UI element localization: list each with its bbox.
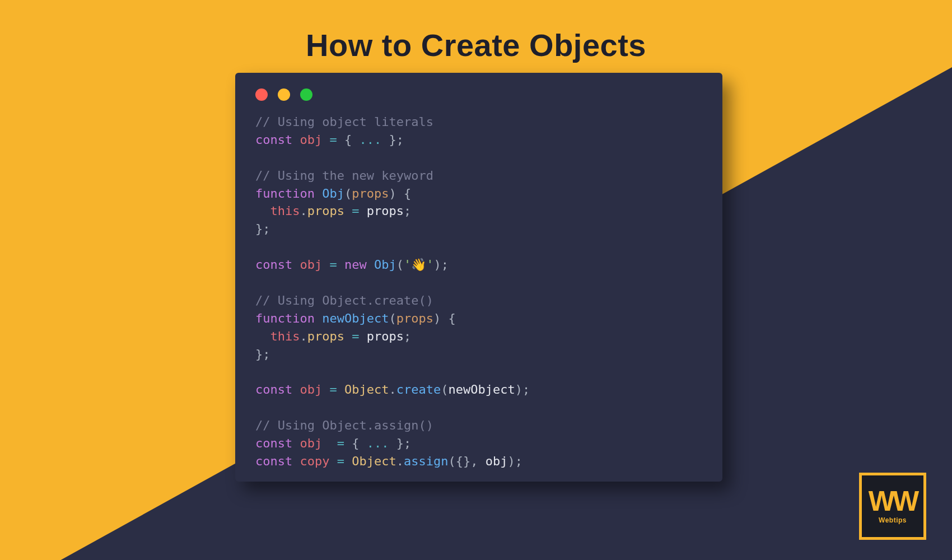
- minimize-icon: [278, 88, 290, 101]
- window-traffic-lights: [255, 88, 702, 101]
- brand-label: Webtips: [879, 516, 907, 524]
- brand-mark: WW: [869, 489, 917, 514]
- page-title: How to Create Objects: [0, 27, 952, 63]
- stage: How to Create Objects // Using object li…: [0, 0, 952, 560]
- brand-badge: WW Webtips: [859, 473, 926, 540]
- code-window: // Using object literals const obj = { .…: [235, 73, 722, 482]
- zoom-icon: [300, 88, 312, 101]
- close-icon: [255, 88, 268, 101]
- code-snippet: // Using object literals const obj = { .…: [255, 113, 702, 470]
